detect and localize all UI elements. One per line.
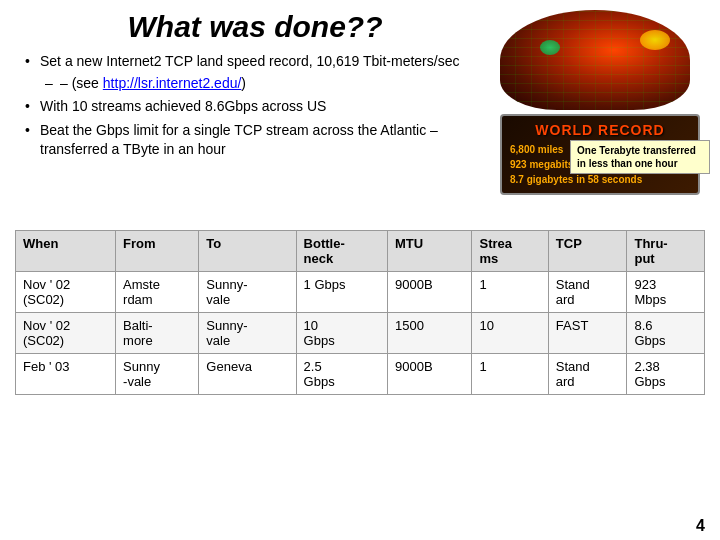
table-header-row: When From To Bottle-neck MTU Streams TCP…: [16, 231, 705, 272]
table-cell: Feb ' 03: [16, 354, 116, 395]
table-cell: Geneva: [199, 354, 296, 395]
right-image-section: WORLD RECORD 6,800 miles 923 megabits/se…: [500, 10, 700, 225]
table-cell: 10: [472, 313, 548, 354]
table-cell: Balti-more: [116, 313, 199, 354]
table-cell: 923Mbps: [627, 272, 705, 313]
main-title: What was done??: [20, 10, 490, 44]
table-row: Nov ' 02(SC02)AmsterdamSunny-vale1 Gbps9…: [16, 272, 705, 313]
bullet-2: With 10 streams achieved 8.6Gbps across …: [25, 97, 490, 117]
table-cell: Sunny-vale: [199, 272, 296, 313]
callout-text: One Terabyte transferred in less than on…: [577, 145, 696, 169]
globe-overlay: [500, 10, 690, 110]
col-from: From: [116, 231, 199, 272]
page-number: 4: [696, 517, 705, 535]
col-when: When: [16, 231, 116, 272]
table-cell: 2.5Gbps: [296, 354, 387, 395]
table-cell: 1500: [388, 313, 472, 354]
bullet-3-text: Beat the Gbps limit for a single TCP str…: [40, 122, 438, 158]
table-cell: Sunny-vale: [116, 354, 199, 395]
table-cell: 8.6Gbps: [627, 313, 705, 354]
title-text: What was done?: [127, 10, 364, 43]
table-cell: 1 Gbps: [296, 272, 387, 313]
table-cell: Standard: [548, 272, 627, 313]
col-bottleneck: Bottle-neck: [296, 231, 387, 272]
slide: What was done?? Set a new Internet2 TCP …: [0, 0, 720, 540]
table-row: Feb ' 03Sunny-valeGeneva2.5Gbps9000B1Sta…: [16, 354, 705, 395]
table-cell: 9000B: [388, 354, 472, 395]
table-cell: FAST: [548, 313, 627, 354]
table-cell: 10Gbps: [296, 313, 387, 354]
callout-box: One Terabyte transferred in less than on…: [570, 140, 710, 174]
table-cell: Sunny-vale: [199, 313, 296, 354]
title-question: ?: [364, 10, 382, 43]
globe-hotspot-1: [640, 30, 670, 50]
globe-hotspot-2: [540, 40, 560, 55]
table-cell: Nov ' 02(SC02): [16, 272, 116, 313]
text-content: What was done?? Set a new Internet2 TCP …: [20, 10, 500, 225]
sub-paren: ): [241, 75, 246, 91]
bullet-1-sub: – (see http://lsr.internet2.edu/): [45, 74, 490, 94]
bullet-3: Beat the Gbps limit for a single TCP str…: [25, 121, 490, 160]
table-cell: 2.38Gbps: [627, 354, 705, 395]
col-streams: Streams: [472, 231, 548, 272]
internet2-link[interactable]: http://lsr.internet2.edu/: [103, 75, 242, 91]
bullet-2-text: With 10 streams achieved 8.6Gbps across …: [40, 98, 326, 114]
table-cell: 1: [472, 272, 548, 313]
col-to: To: [199, 231, 296, 272]
table-cell: 9000B: [388, 272, 472, 313]
bullet-list: Set a new Internet2 TCP land speed recor…: [20, 52, 490, 160]
col-mtu: MTU: [388, 231, 472, 272]
table-row: Nov ' 02(SC02)Balti-moreSunny-vale10Gbps…: [16, 313, 705, 354]
table-cell: Amsterdam: [116, 272, 199, 313]
table-cell: 1: [472, 354, 548, 395]
wr-title: WORLD RECORD: [510, 122, 690, 138]
wr-stat-3: 8.7 gigabytes in 58 seconds: [510, 172, 690, 187]
col-tcp: TCP: [548, 231, 627, 272]
globe-image: [500, 10, 690, 110]
sub-text: – (see: [60, 75, 103, 91]
col-throughput: Thru-put: [627, 231, 705, 272]
table-cell: Standard: [548, 354, 627, 395]
table-cell: Nov ' 02(SC02): [16, 313, 116, 354]
bullet-1: Set a new Internet2 TCP land speed recor…: [25, 52, 490, 93]
data-table: When From To Bottle-neck MTU Streams TCP…: [15, 230, 705, 395]
bullet-1-text: Set a new Internet2 TCP land speed recor…: [40, 53, 459, 69]
top-section: What was done?? Set a new Internet2 TCP …: [0, 0, 720, 230]
